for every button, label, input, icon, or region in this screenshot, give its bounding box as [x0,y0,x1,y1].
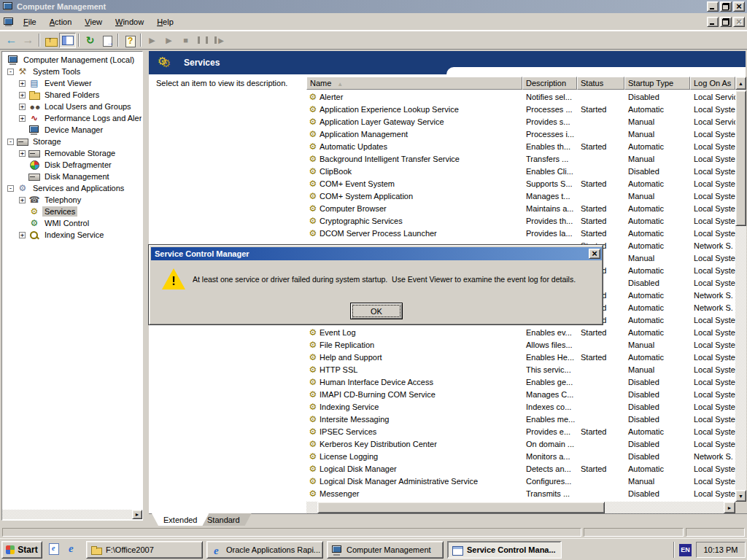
service-row[interactable]: Application Experience Lookup ServicePro… [306,103,735,115]
scroll-right-icon[interactable]: ► [724,502,735,513]
collapse-box-icon[interactable]: - [7,139,14,145]
scroll-down-icon[interactable]: ▼ [735,490,746,502]
expand-box-icon[interactable]: + [19,197,26,203]
start-button[interactable]: Start [1,541,42,559]
service-row[interactable]: MessengerTransmits ...DisabledLocal Syst… [306,487,735,499]
help-icon[interactable] [121,33,138,48]
service-row[interactable]: IMAPI CD-Burning COM ServiceManages C...… [306,388,735,400]
close-icon[interactable] [733,1,745,12]
service-row[interactable]: Intersite MessagingEnables me...Disabled… [306,413,735,425]
tree-item-label[interactable]: Services [42,206,77,217]
service-row[interactable]: Human Interface Device AccessEnables ge.… [306,376,735,388]
expand-box-icon[interactable]: + [19,104,26,110]
tree-scroll-right-icon[interactable]: ► [132,510,142,519]
expand-box-icon[interactable]: + [19,232,26,238]
tree-item-label[interactable]: Device Manager [42,125,105,135]
menu-file[interactable]: File [17,15,43,28]
taskbar-button-computer-management[interactable]: Computer Management [327,541,444,559]
expand-box-icon[interactable]: + [19,80,26,87]
column-header-name[interactable]: Name [306,77,522,90]
refresh-icon[interactable] [82,33,98,48]
tree-item-label[interactable]: Services and Applications [31,183,126,193]
service-row[interactable]: COM+ System ApplicationManages t...Manua… [306,190,735,202]
collapse-box-icon[interactable]: - [7,69,14,75]
taskbar-button-service-control-mana[interactable]: Service Control Mana... [447,541,562,559]
up-one-level-icon[interactable] [42,33,59,48]
service-row[interactable]: Automatic UpdatesEnables th...StartedAut… [306,140,735,152]
tree-item-system-tools[interactable]: -System Tools [3,66,142,77]
service-row[interactable]: DCOM Server Process LauncherProvides la.… [306,227,735,239]
child-window-icon[interactable] [3,17,14,27]
service-row[interactable]: HTTP SSLThis servic...ManualLocal Syste [306,363,735,376]
service-row[interactable]: Cryptographic ServicesProvides th...Star… [306,214,735,227]
minimize-icon[interactable] [707,1,719,12]
tree-item-label[interactable]: Computer Management (Local) [21,55,136,65]
expand-box-icon[interactable]: + [19,115,26,122]
column-header-status[interactable]: Status [577,77,624,90]
tree-item-label[interactable]: WMI Control [42,218,91,228]
menu-window[interactable]: Window [109,15,150,28]
tree-item-label[interactable]: Disk Management [42,171,112,182]
ok-button[interactable]: OK [350,303,403,319]
vertical-scroll-thumb[interactable] [735,90,746,226]
tree-item-label[interactable]: Telephony [42,195,83,205]
taskbar-button-oracle-applications-rapi[interactable]: Oracle Applications Rapi... [206,541,323,559]
service-row[interactable]: Application Layer Gateway ServiceProvide… [306,115,735,128]
tree-item-telephony[interactable]: +Telephony [3,194,142,206]
service-row[interactable]: Computer BrowserMaintains a...StartedAut… [306,202,735,214]
tree-item-removable-storage[interactable]: +Removable Storage [3,147,142,159]
tree-item-performance-logs-and-alerts[interactable]: +Performance Logs and Alerts [3,112,142,124]
collapse-box-icon[interactable]: - [7,185,14,192]
tree-item-indexing-service[interactable]: +Indexing Service [3,229,142,241]
service-row[interactable]: Application ManagementProcesses i...Manu… [306,128,735,140]
child-restore-icon[interactable] [720,17,732,27]
dialog-close-icon[interactable] [589,249,600,259]
scroll-up-icon[interactable]: ▲ [735,77,746,90]
tree-item-device-manager[interactable]: Device Manager [3,124,142,136]
internet-explorer-icon[interactable] [66,542,80,557]
service-row[interactable]: COM+ Event SystemSupports S...StartedAut… [306,177,735,190]
expand-box-icon[interactable]: + [19,92,26,98]
tree-item-services-and-applications[interactable]: -Services and Applications [3,182,142,194]
language-indicator[interactable]: EN [679,544,692,556]
tree-item-wmi-control[interactable]: WMI Control [3,217,142,229]
service-row[interactable]: AlerterNotifies sel...DisabledLocal Serv… [306,90,735,103]
service-row[interactable]: ClipBookEnables Cli...DisabledLocal Syst… [306,165,735,177]
tree-item-event-viewer[interactable]: +Event Viewer [3,77,142,89]
tree-item-label[interactable]: Shared Folders [42,90,101,100]
expand-box-icon[interactable]: + [19,150,26,157]
service-row[interactable]: IPSEC ServicesProvides e...StartedAutoma… [306,425,735,438]
horizontal-scroll-thumb[interactable] [317,502,605,513]
service-row[interactable]: Kerberos Key Distribution CenterOn domai… [306,438,735,450]
menu-help[interactable]: Help [150,15,180,28]
tree-item-shared-folders[interactable]: +Shared Folders [3,89,142,101]
column-header-log-on-as[interactable]: Log On As [690,77,735,90]
taskbar-button-f-office2007[interactable]: F:\Office2007 [86,541,203,559]
tab-extended[interactable]: Extended [152,513,209,526]
tree-item-storage[interactable]: -Storage [3,136,142,147]
tree-item-label[interactable]: System Tools [31,66,82,77]
service-row[interactable]: Background Intelligent Transfer ServiceT… [306,152,735,165]
menu-view[interactable]: View [78,15,109,28]
service-row[interactable]: Logical Disk Manager Administrative Serv… [306,475,735,487]
tree-item-local-users-and-groups[interactable]: +Local Users and Groups [3,101,142,112]
tree-item-label[interactable]: Indexing Service [42,230,106,240]
show-hide-tree-icon[interactable] [59,33,76,48]
service-row[interactable]: Logical Disk ManagerDetects an...Started… [306,462,735,475]
dialog-titlebar[interactable]: Service Control Manager [151,247,602,260]
child-minimize-icon[interactable] [707,17,719,27]
column-header-startup-type[interactable]: Startup Type [624,77,690,90]
tree-item-disk-defragmenter[interactable]: Disk Defragmenter [3,159,142,171]
tree-item-label[interactable]: Storage [31,136,63,147]
tree-item-label[interactable]: Removable Storage [42,148,117,158]
tree-scroll-track[interactable] [2,510,142,519]
taskbar-clock[interactable]: 10:13 PM [696,542,746,558]
restore-icon[interactable] [720,1,732,12]
tree-item-label[interactable]: Local Users and Groups [42,101,133,112]
service-row[interactable]: Indexing ServiceIndexes co...DisabledLoc… [306,400,735,413]
tree-item-label[interactable]: Performance Logs and Alerts [42,113,142,123]
menu-action[interactable]: Action [43,15,79,28]
tree-item-disk-management[interactable]: Disk Management [3,171,142,182]
service-row[interactable]: Event LogEnables ev...StartedAutomaticLo… [306,326,735,338]
column-header-description[interactable]: Description [522,77,577,90]
